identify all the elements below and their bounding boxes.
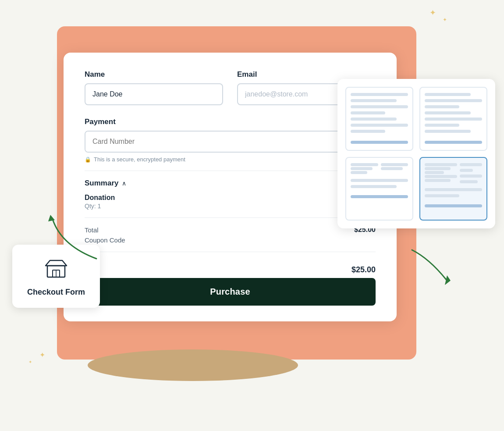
skel (460, 180, 478, 183)
skel (460, 163, 482, 166)
donation-qty: Qty: 1 (85, 203, 376, 210)
skel (351, 130, 385, 133)
skel (425, 124, 459, 127)
donation-label: Donation (85, 194, 376, 202)
skel (460, 175, 482, 178)
layout-option-2[interactable] (419, 87, 487, 151)
skel (425, 194, 459, 197)
skel (425, 130, 471, 133)
skel (425, 163, 457, 166)
card-number-input[interactable] (85, 132, 337, 152)
payment-label: Payment (85, 118, 376, 126)
name-group: Name (85, 70, 223, 105)
sparkle-deco-4: ✦ (28, 360, 32, 364)
skel (425, 179, 451, 182)
subtotal-label: Total (85, 226, 99, 234)
store-icon (45, 257, 67, 281)
summary-header: Summary ∧ (85, 179, 376, 188)
skel (351, 167, 373, 170)
name-email-row: Name Email (85, 70, 376, 105)
skel (460, 169, 473, 172)
divider-1 (85, 171, 376, 171)
skel (381, 163, 408, 166)
skel (425, 188, 482, 191)
skel (351, 111, 385, 114)
email-label: Email (237, 70, 376, 79)
icon-card: Checkout Form (12, 245, 100, 308)
skel (351, 118, 397, 121)
name-input[interactable] (85, 83, 223, 105)
lock-icon: 🔒 (85, 157, 91, 163)
skel (351, 171, 367, 174)
skel (425, 105, 459, 108)
coupon-row: Coupon Code (85, 236, 376, 244)
skel (425, 118, 482, 121)
svg-marker-1 (445, 275, 451, 285)
skel (351, 179, 408, 182)
skel (425, 167, 451, 170)
skel (351, 124, 408, 127)
skel-accent (351, 141, 408, 144)
svg-marker-0 (48, 215, 55, 221)
purchase-button[interactable]: Purchase (85, 278, 376, 306)
donation-item: Donation Qty: 1 (85, 194, 376, 210)
skel-accent (425, 204, 482, 207)
divider-3 (85, 252, 376, 252)
divider-2 (85, 217, 376, 218)
skel (351, 185, 397, 188)
background-tan (88, 349, 298, 381)
skel-accent (351, 195, 408, 198)
chevron-up-icon[interactable]: ∧ (122, 180, 126, 187)
sparkle-deco-1: ✦ (429, 8, 436, 18)
skel (381, 167, 403, 170)
skel (425, 171, 444, 174)
payment-section: Payment MM/YY 🔒 This is a secure, encryp… (85, 118, 376, 163)
secure-note: 🔒 This is a secure, encrypted payment (85, 156, 376, 163)
skel (351, 163, 378, 166)
subtotal-row: Total $25.00 (85, 226, 376, 234)
card-input-row: MM/YY (85, 131, 376, 153)
secure-note-text: This is a secure, encrypted payment (94, 156, 185, 163)
icon-card-label: Checkout Form (27, 287, 85, 297)
layout-option-1[interactable] (345, 87, 413, 151)
name-label: Name (85, 70, 223, 79)
layout-option-4[interactable] (419, 157, 487, 221)
final-amount: $25.00 (351, 265, 376, 274)
summary-title: Summary (85, 179, 118, 188)
skel (425, 99, 482, 102)
skel (351, 93, 408, 96)
skel (425, 93, 471, 96)
coupon-label: Coupon Code (85, 236, 125, 244)
skel (425, 175, 457, 178)
layout-picker[interactable] (337, 79, 495, 228)
final-total-row: $25.00 (85, 260, 376, 274)
skel-accent (425, 141, 482, 144)
skel (425, 111, 471, 114)
skel (351, 99, 397, 102)
sparkle-deco-3: ✦ (39, 351, 45, 359)
skel (351, 105, 408, 108)
layout-option-3[interactable] (345, 157, 413, 221)
sparkle-deco-2: ✦ (443, 17, 447, 23)
